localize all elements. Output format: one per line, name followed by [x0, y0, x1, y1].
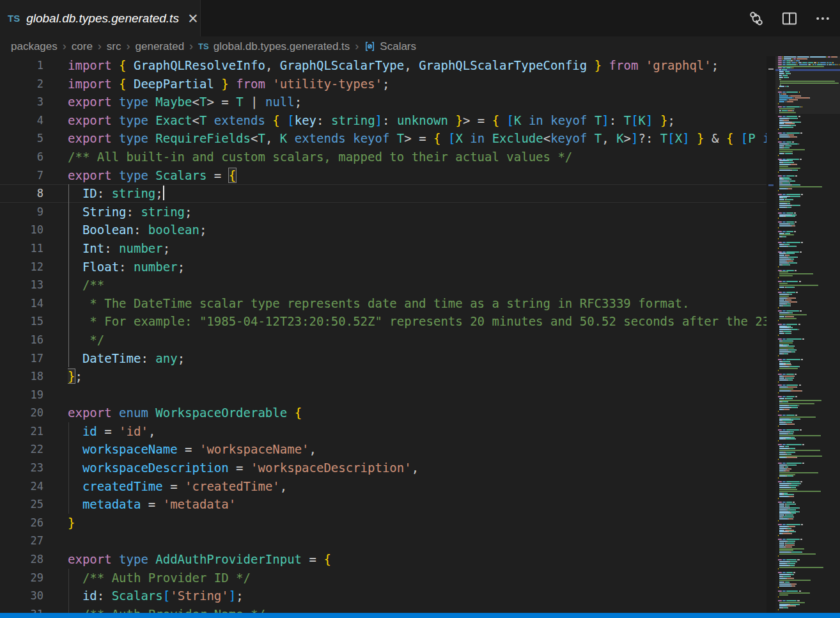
breadcrumb-separator: ›: [355, 40, 359, 53]
ruler-cursor-mark: [768, 68, 774, 70]
line-number: 30: [0, 587, 43, 605]
line-content: export enum WorkspaceOrderable {: [68, 404, 766, 422]
line-content: export type Exact<T extends { [key: stri…: [68, 111, 766, 130]
line-number: 12: [0, 258, 43, 276]
code-line[interactable]: 10 Boolean: boolean;: [0, 221, 766, 239]
code-line[interactable]: 27: [0, 532, 766, 550]
indent-guide: [68, 294, 69, 313]
code-line[interactable]: 28export type AddAuthProviderInput = {: [0, 550, 766, 569]
line-content: /** Auth Provider Name */: [68, 605, 766, 613]
code-line[interactable]: 21 id = 'id',: [0, 422, 766, 441]
code-line[interactable]: 16 */: [0, 331, 766, 349]
tab-global-db-types-generated[interactable]: TS global.db.types.generated.ts ×: [0, 0, 201, 36]
indent-guide: [68, 258, 69, 276]
line-content: };: [68, 367, 766, 386]
code-line[interactable]: 26}: [0, 514, 766, 532]
indent-guide: [68, 495, 69, 514]
line-number: 24: [0, 477, 43, 496]
line-number: 25: [0, 495, 43, 514]
indent-guide: [68, 184, 69, 203]
line-number: 22: [0, 440, 43, 459]
code-line[interactable]: 4export type Exact<T extends { [key: str…: [0, 111, 766, 130]
code-line[interactable]: 29 /** Auth Provider ID */: [0, 569, 766, 587]
split-editor-icon[interactable]: [781, 10, 798, 27]
line-number: 29: [0, 569, 43, 587]
breadcrumb-separator: ›: [63, 40, 66, 53]
code-line[interactable]: 9 String: string;: [0, 203, 766, 221]
code-line[interactable]: 18};: [0, 367, 766, 386]
line-content: export type Scalars = {: [68, 166, 766, 185]
code-line[interactable]: 30 id: Scalars['String'];: [0, 587, 766, 605]
tab-bar: TS global.db.types.generated.ts ×: [0, 0, 840, 36]
line-number: 6: [0, 148, 43, 166]
code-line[interactable]: 15 * For example: "1985-04-12T23:20:50.5…: [0, 312, 766, 331]
close-tab-icon[interactable]: ×: [188, 12, 198, 25]
line-content: export type RequireFields<T, K extends k…: [68, 129, 766, 148]
line-number: 14: [0, 294, 43, 313]
breadcrumb-item-symbol[interactable]: Scalars: [380, 40, 416, 53]
code-line[interactable]: 20export enum WorkspaceOrderable {: [0, 404, 766, 422]
minimap[interactable]: [775, 56, 840, 613]
line-number: 3: [0, 93, 43, 111]
breadcrumb-item-file[interactable]: global.db.types.generated.ts: [214, 40, 350, 53]
overview-ruler[interactable]: [766, 56, 775, 613]
line-content: DateTime: any;: [68, 349, 766, 368]
breadcrumb-item-generated[interactable]: generated: [136, 40, 185, 53]
line-content: export type AddAuthProviderInput = {: [68, 550, 766, 569]
open-changes-icon[interactable]: [748, 10, 765, 27]
code-line[interactable]: 11 Int: number;: [0, 239, 766, 258]
code-line[interactable]: 3export type Maybe<T> = T | null;: [0, 93, 766, 111]
code-line[interactable]: 17 DateTime: any;: [0, 349, 766, 368]
breadcrumb: packages › core › src › generated › TS g…: [0, 36, 840, 56]
code-line[interactable]: 14 * The DateTime scalar type represents…: [0, 294, 766, 313]
line-number: 5: [0, 129, 43, 148]
line-content: id = 'id',: [68, 422, 766, 441]
line-content: [68, 532, 766, 550]
code-line[interactable]: 1import { GraphQLResolveInfo, GraphQLSca…: [0, 56, 766, 75]
line-number: 11: [0, 239, 43, 258]
code-line[interactable]: 8 ID: string;: [0, 184, 766, 203]
editor-actions: [748, 0, 831, 36]
breadcrumb-item-packages[interactable]: packages: [11, 40, 58, 53]
code-line[interactable]: 7export type Scalars = {: [0, 166, 766, 185]
code-line[interactable]: 19: [0, 386, 766, 404]
line-number: 4: [0, 111, 43, 130]
code-line[interactable]: 2import { DeepPartial } from 'utility-ty…: [0, 75, 766, 93]
indent-guide: [68, 440, 69, 459]
line-number: 8: [0, 184, 43, 203]
line-number: 23: [0, 459, 43, 477]
line-content: Float: number;: [68, 258, 766, 276]
code-line[interactable]: 25 metadata = 'metadata': [0, 495, 766, 514]
code-line[interactable]: 5export type RequireFields<T, K extends …: [0, 129, 766, 148]
code-line[interactable]: 24 createdTime = 'createdTime',: [0, 477, 766, 496]
line-content: workspaceName = 'workspaceName',: [68, 440, 766, 459]
indent-guide: [68, 569, 69, 587]
indent-guide: [68, 459, 69, 477]
code-line[interactable]: 22 workspaceName = 'workspaceName',: [0, 440, 766, 459]
more-actions-icon[interactable]: [814, 10, 831, 27]
code-lines: 1import { GraphQLResolveInfo, GraphQLSca…: [0, 56, 766, 613]
status-bar[interactable]: [0, 613, 840, 618]
line-content: * For example: "1985-04-12T23:20:50.52Z"…: [68, 312, 766, 331]
line-number: 2: [0, 75, 43, 93]
line-content: import { GraphQLResolveInfo, GraphQLScal…: [68, 56, 766, 75]
code-editor[interactable]: 1import { GraphQLResolveInfo, GraphQLSca…: [0, 56, 766, 613]
breadcrumb-item-core[interactable]: core: [72, 40, 93, 53]
breadcrumb-item-src[interactable]: src: [107, 40, 121, 53]
line-number: 1: [0, 56, 43, 75]
symbol-type-icon: [364, 40, 376, 52]
line-content: */: [68, 331, 766, 349]
code-line[interactable]: 12 Float: number;: [0, 258, 766, 276]
code-line[interactable]: 23 workspaceDescription = 'workspaceDesc…: [0, 459, 766, 477]
code-line[interactable]: 31 /** Auth Provider Name */: [0, 605, 766, 613]
line-number: 13: [0, 276, 43, 294]
code-line[interactable]: 6/** All built-in and custom scalars, ma…: [0, 148, 766, 166]
line-number: 10: [0, 221, 43, 239]
line-content: /**: [68, 276, 766, 294]
code-line[interactable]: 13 /**: [0, 276, 766, 294]
text-cursor: [163, 186, 164, 200]
line-content: id: Scalars['String'];: [68, 587, 766, 605]
indent-guide: [68, 331, 69, 349]
line-content: * The DateTime scalar type represents da…: [68, 294, 766, 313]
line-number: 26: [0, 514, 43, 532]
